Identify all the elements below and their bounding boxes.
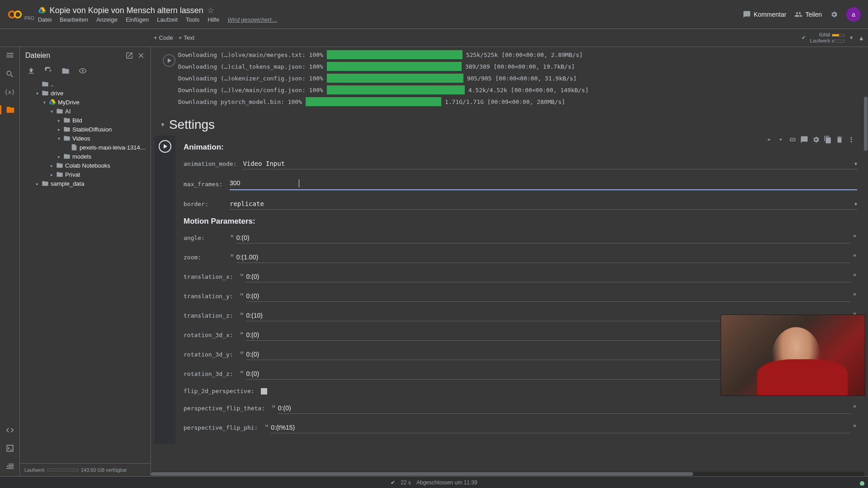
animation-mode-select[interactable]: Video Input▼: [243, 158, 857, 169]
menu-datei[interactable]: Datei: [38, 16, 52, 23]
menu-bearbeiten[interactable]: Bearbeiten: [60, 16, 88, 23]
doc-info: Kopie von Kopie von Mensch altern lassen…: [38, 5, 743, 23]
move-down-icon[interactable]: [777, 136, 785, 144]
max-frames-input[interactable]: 300: [230, 178, 857, 190]
search-icon[interactable]: [5, 70, 14, 79]
more-icon[interactable]: [847, 136, 855, 144]
logo-area: PRO: [7, 7, 34, 22]
tree-up[interactable]: ..: [22, 80, 151, 89]
file-icon: [71, 144, 78, 151]
cell-gear-icon[interactable]: [812, 136, 820, 144]
link-icon[interactable]: [788, 136, 797, 144]
tree-drive[interactable]: ▾drive: [22, 89, 151, 98]
mirror-icon[interactable]: [824, 136, 832, 144]
tree-ai[interactable]: ▾AI: [22, 107, 151, 116]
gear-icon[interactable]: [830, 10, 838, 19]
refresh-icon[interactable]: [44, 67, 52, 75]
avatar[interactable]: a: [846, 7, 861, 22]
run-output-button[interactable]: [163, 54, 175, 67]
tree-bild[interactable]: ▸Bild: [22, 116, 151, 125]
star-icon[interactable]: ☆: [207, 5, 214, 15]
delete-icon[interactable]: [835, 136, 844, 144]
zoom-input[interactable]: 0:(1.00): [236, 252, 850, 263]
code-icon[interactable]: [5, 426, 14, 435]
add-code-button[interactable]: + Code: [154, 34, 173, 41]
status-bar: ✔ 22 s Abgeschlossen um 11:39: [0, 476, 868, 488]
add-text-button[interactable]: + Text: [179, 34, 194, 41]
chevron-down-icon: ▼: [854, 202, 857, 206]
pft-label: perspective_flip_theta:: [184, 405, 265, 412]
folder-icon: [6, 105, 15, 114]
cell-comment-icon[interactable]: [800, 136, 808, 144]
menu-anzeige[interactable]: Anzeige: [96, 16, 118, 23]
command-icon[interactable]: [5, 462, 14, 471]
run-cell-button[interactable]: [159, 140, 171, 153]
tx-input[interactable]: 0:(0): [246, 271, 850, 282]
pfp-label: perspective_flip_phi:: [184, 424, 258, 431]
chevron-down-icon: ▼: [854, 161, 857, 166]
tree-colab-nb[interactable]: ▸Colab Notebooks: [22, 161, 151, 170]
insert-toolbar: + Code + Text ✔ RAM Laufwerk ▼ ▲: [0, 29, 868, 47]
animation-mode-label: animation_mode:: [184, 160, 236, 167]
tree-mydrive[interactable]: ▾MyDrive: [22, 98, 151, 107]
progress-bar: [306, 97, 441, 106]
terminal-icon[interactable]: [5, 444, 14, 453]
upload-icon[interactable]: [27, 67, 35, 75]
exec-done: Abgeschlossen um 11:39: [416, 479, 477, 486]
v-scrollbar[interactable]: [863, 47, 868, 472]
folder-icon: [63, 153, 71, 160]
chevron-up-icon[interactable]: ▲: [858, 34, 864, 42]
angle-input[interactable]: 0:(0): [236, 232, 850, 244]
folder-icon: [42, 180, 49, 187]
close-icon[interactable]: [137, 52, 145, 60]
h-scrollbar[interactable]: [151, 472, 864, 476]
comment-icon: [743, 10, 751, 19]
pft-input[interactable]: 0:(0): [278, 403, 850, 414]
hide-icon[interactable]: [79, 67, 87, 75]
chevron-down-icon[interactable]: ▼: [849, 35, 854, 40]
angle-label: angle:: [184, 235, 223, 241]
resource-indicator[interactable]: ✔ RAM Laufwerk ▼ ▲: [802, 32, 864, 43]
tree-models[interactable]: ▸models: [22, 152, 151, 161]
motion-heading: Motion Parameters:: [184, 215, 857, 230]
teilen-button[interactable]: Teilen: [794, 10, 822, 19]
download-row: Downloading pytorch_model.bin: 100%1.71G…: [178, 96, 868, 108]
menu-laufzeit[interactable]: Laufzeit: [157, 16, 178, 23]
menu-hilfe[interactable]: Hilfe: [208, 16, 219, 23]
tree-sample-data[interactable]: ▸sample_data: [22, 179, 151, 188]
tx-label: translation_x:: [184, 273, 233, 280]
tree-privat[interactable]: ▸Privat: [22, 170, 151, 179]
toc-icon[interactable]: [5, 51, 14, 60]
variables-icon[interactable]: {x}: [5, 89, 15, 95]
file-tree: .. ▾drive ▾MyDrive ▾AI ▸Bild ▸StableDiff…: [20, 80, 151, 463]
folder-icon: [56, 108, 63, 115]
folder-icon: [56, 162, 63, 169]
pfp-input[interactable]: 0:(t%15): [271, 422, 850, 433]
ty-input[interactable]: 0:(0): [246, 291, 850, 302]
rz-label: rotation_3d_z:: [184, 371, 233, 377]
progress-bar: [327, 85, 465, 94]
folder-icon: [63, 126, 71, 133]
menu-einfuegen[interactable]: Einfügen: [126, 16, 149, 23]
tree-videos[interactable]: ▾Videos: [22, 134, 151, 143]
mount-drive-icon[interactable]: [61, 67, 70, 75]
cell-gutter: [155, 136, 175, 444]
section-settings[interactable]: ▼ Settings: [151, 109, 868, 136]
download-row: Downloading (…)okenizer_config.json: 100…: [178, 72, 868, 84]
doc-title[interactable]: Kopie von Kopie von Mensch altern lassen: [50, 6, 203, 15]
tree-sd[interactable]: ▸StableDiffusion: [22, 125, 151, 134]
saving-status: Wird gespeichert…: [227, 16, 277, 23]
menu-tools[interactable]: Tools: [186, 16, 199, 23]
menu-bar: Datei Bearbeiten Anzeige Einfügen Laufze…: [38, 16, 743, 23]
new-window-icon[interactable]: [125, 52, 133, 60]
collapse-icon[interactable]: ▼: [160, 122, 165, 128]
tree-file-pexels[interactable]: pexels-maxi-leiva-1314…: [22, 143, 151, 152]
move-up-icon[interactable]: [765, 136, 773, 144]
notebook-area[interactable]: Downloading (…)olve/main/merges.txt: 100…: [151, 47, 868, 476]
progress-bar: [327, 74, 463, 83]
download-row: Downloading (…)cial_tokens_map.json: 100…: [178, 61, 868, 72]
kommentar-button[interactable]: Kommentar: [743, 10, 786, 19]
files-tab-active[interactable]: [0, 105, 19, 114]
border-select[interactable]: replicate▼: [230, 198, 857, 210]
flip-checkbox[interactable]: [261, 388, 267, 394]
